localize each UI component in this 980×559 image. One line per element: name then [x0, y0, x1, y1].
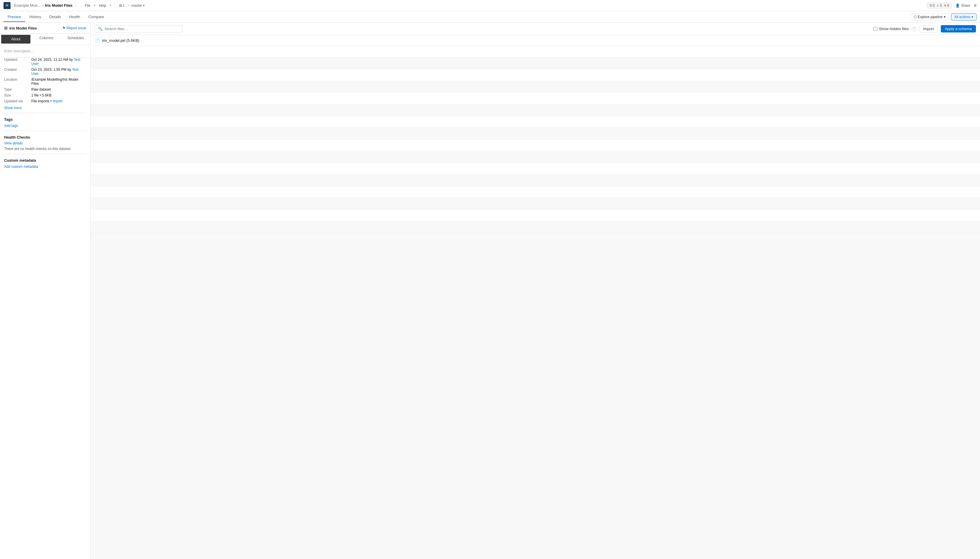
file-item[interactable]: 📄iris_model.pkl (5.6KB) [91, 35, 980, 46]
cross-counter: ✕ 0 [944, 3, 949, 8]
updated-via-value: File imports • Import [31, 99, 63, 103]
empty-row [91, 93, 980, 104]
sub-tab-about[interactable]: About [1, 35, 30, 43]
share-button[interactable]: 👤 Share [955, 3, 970, 8]
refresh-counter: ↻ 0 [929, 3, 935, 8]
nav-tab-health[interactable]: Health [65, 12, 84, 22]
explore-pipeline-label: Explore pipeline [918, 15, 943, 19]
add-custom-meta-link[interactable]: Add custom metadata [4, 165, 38, 169]
add-tags-link[interactable]: Add tags [4, 124, 18, 128]
empty-row [91, 81, 980, 93]
empty-row [91, 128, 980, 139]
cross-icon: ✕ [944, 3, 947, 8]
nav-tab-preview[interactable]: Preview [3, 12, 25, 22]
top-bar: W Example Mod... > Iris Model Files ☆ Fi… [0, 0, 980, 11]
location-row: Location /Example Modelling/Iris Model F… [4, 78, 86, 86]
left-panel: ⊞ Iris Model Files ⚑ Report issue AboutC… [0, 23, 91, 559]
sub-tab-columns[interactable]: Columns [32, 34, 61, 45]
top-bar-left: W Example Mod... > Iris Model Files ☆ Fi… [3, 2, 144, 9]
show-hidden-files-toggle: Show hidden files [874, 26, 909, 31]
check-icon: ✓ [937, 3, 939, 8]
health-checks-section: Health Checks View details There are no … [4, 135, 86, 151]
report-icon: ⚑ [62, 26, 66, 30]
counter-group: ↻ 0 ✓ 0 ✕ 0 [927, 3, 952, 8]
type-label: Type [4, 88, 29, 91]
star-icon[interactable]: ☆ [74, 3, 78, 8]
type-value: Raw dataset [31, 88, 51, 91]
created-value: Oct 23, 2023, 1:55 PM by Test User [31, 68, 86, 76]
explore-pipeline-icon: ⬡ [914, 15, 917, 19]
updated-label: Updated [4, 58, 29, 62]
file-arrow-icon: ▾ [94, 4, 95, 7]
updated-value: Oct 24, 2023, 11:12 AM by Test User [31, 58, 86, 66]
custom-metadata-section: Custom metadata Add custom metadata [4, 158, 86, 169]
created-row: Created Oct 23, 2023, 1:55 PM by Test Us… [4, 68, 86, 76]
help-menu[interactable]: Help [99, 3, 106, 8]
nav-tab-compare[interactable]: Compare [84, 12, 108, 22]
empty-row [91, 198, 980, 210]
nav-left: PreviewHistoryDetailsHealthCompare [3, 12, 108, 22]
import-link[interactable]: Import [53, 99, 63, 103]
help-icon[interactable]: ? [912, 26, 917, 31]
check-count: 0 [940, 3, 942, 8]
sub-menu: File ▾ Help ▾ | ⊞ 1 ⑂ master ▾ [85, 3, 145, 8]
sub-tab-schedules[interactable]: Schedules [61, 34, 90, 45]
updated-via-label: Updated via [4, 99, 29, 103]
hamburger-menu-icon[interactable]: ≡ [974, 3, 977, 8]
breadcrumb: Example Mod... > Iris Model Files ☆ [14, 3, 78, 8]
all-actions-button[interactable]: All actions ▾ [951, 13, 977, 20]
updated-by-link[interactable]: Test User [31, 58, 80, 66]
top-bar-right: ↻ 0 ✓ 0 ✕ 0 👤 Share ≡ [927, 3, 977, 8]
type-row: Type Raw dataset [4, 88, 86, 91]
breadcrumb-current: Iris Model Files [45, 3, 73, 8]
empty-row [91, 69, 980, 81]
explore-pipeline-button[interactable]: ⬡ Explore pipeline ▾ [910, 13, 949, 20]
all-actions-arrow-icon: ▾ [972, 15, 973, 19]
person-icon: 👤 [955, 3, 960, 8]
health-text: There are no health checks on this datas… [4, 147, 71, 151]
show-more-link[interactable]: Show more [4, 106, 22, 110]
updated-row: Updated Oct 24, 2023, 11:12 AM by Test U… [4, 58, 86, 66]
all-actions-label: All actions [954, 15, 970, 19]
pages-count: 1 [123, 3, 124, 8]
app-logo: W [3, 2, 10, 9]
meta-section: Updated Oct 24, 2023, 11:12 AM by Test U… [4, 58, 86, 103]
created-by-link[interactable]: Test User [31, 68, 78, 76]
import-button[interactable]: Import [919, 25, 938, 33]
empty-row [91, 221, 980, 233]
main-content: ⊞ Iris Model Files ⚑ Report issue AboutC… [0, 23, 980, 559]
view-details-link[interactable]: View details [4, 141, 86, 145]
file-menu[interactable]: File [85, 3, 90, 8]
show-hidden-label: Show hidden files [879, 26, 909, 31]
branch-arrow-icon: ▾ [143, 4, 144, 7]
show-hidden-checkbox[interactable] [874, 27, 877, 31]
empty-row [91, 210, 980, 221]
help-arrow-icon: ▾ [110, 4, 111, 7]
location-value: /Example Modelling/Iris Model Files [31, 78, 86, 86]
apply-schema-button[interactable]: Apply a schema [941, 25, 976, 33]
location-label: Location [4, 78, 29, 81]
search-input[interactable] [104, 26, 179, 31]
menu-separator: | [115, 3, 116, 8]
sub-tabs: AboutColumnsSchedules [0, 34, 90, 45]
toolbar-right: Show hidden files ? Import Apply a schem… [874, 25, 976, 33]
breadcrumb-separator: > [41, 3, 44, 8]
empty-row [91, 175, 980, 186]
size-label: Size [4, 93, 29, 98]
report-issue-button[interactable]: ⚑ Report issue [62, 26, 86, 30]
search-box[interactable]: 🔍 [95, 25, 182, 33]
check-counter: ✓ 0 [937, 3, 942, 8]
pages-counter: ⊞ 1 [119, 3, 124, 8]
description-field[interactable]: Enter description… [4, 49, 86, 53]
about-panel: Enter description… Updated Oct 24, 2023,… [0, 45, 90, 173]
nav-tab-details[interactable]: Details [45, 12, 65, 22]
nav-tabs: PreviewHistoryDetailsHealthCompare ⬡ Exp… [0, 11, 980, 23]
nav-tab-history[interactable]: History [25, 12, 45, 22]
empty-row [91, 116, 980, 128]
search-icon: 🔍 [98, 26, 103, 31]
dataset-title-text: Iris Model Files [9, 26, 37, 30]
branch-selector[interactable]: ⑂ master ▾ [128, 3, 145, 8]
tags-title: Tags [4, 117, 86, 122]
breadcrumb-parent[interactable]: Example Mod... [14, 3, 40, 8]
size-value: 1 file • 5.6KB [31, 93, 51, 98]
